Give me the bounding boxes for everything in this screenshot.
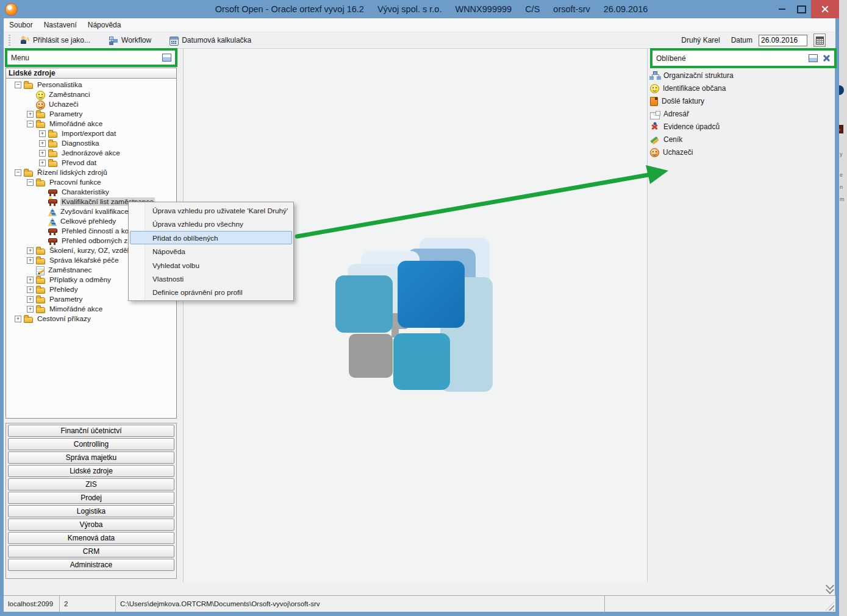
smiley-icon: [650, 84, 659, 93]
tree-item-label: Parametry: [48, 295, 84, 303]
module-button[interactable]: Výroba: [8, 519, 174, 531]
module-button[interactable]: Finanční účetnictví: [8, 425, 174, 437]
menubar-item[interactable]: Soubor: [4, 19, 38, 31]
favorites-item[interactable]: Došlé faktury: [650, 94, 833, 107]
module-button[interactable]: ZIS: [8, 478, 174, 490]
tree-expander[interactable]: [27, 296, 34, 303]
tree-expander[interactable]: [27, 277, 34, 283]
tree-expander[interactable]: [39, 150, 46, 157]
toolbar-button[interactable]: Datumová kalkulačka: [165, 34, 256, 47]
tree-item-label: Cestovní příkazy: [36, 314, 92, 323]
module-button[interactable]: Správa majetku: [8, 451, 174, 464]
date-calculator-icon: [170, 37, 179, 46]
calendar-button[interactable]: [813, 34, 826, 47]
toolbar-button-label: Workflow: [121, 36, 151, 44]
app-logo-icon: [5, 3, 18, 16]
context-menu-item[interactable]: Nápověda: [130, 244, 292, 258]
tree-expander[interactable]: [39, 130, 46, 137]
tree-item[interactable]: Pracovní funkce: [6, 177, 176, 187]
module-button[interactable]: Administrace: [8, 559, 174, 571]
tree-item[interactable]: Uchazeči: [6, 99, 176, 109]
module-button[interactable]: Lidské zdroje: [8, 465, 174, 477]
current-user-label: Druhý Karel: [681, 36, 720, 44]
close-icon: [821, 5, 829, 13]
tree-expander[interactable]: [27, 257, 34, 264]
tree-expander[interactable]: [27, 286, 34, 293]
tree-item[interactable]: Mimořádné akce: [6, 119, 176, 129]
titlebar[interactable]: Orsoft Open - Oracle ortexf vyvoj 16.2 V…: [0, 0, 839, 18]
favorites-item[interactable]: Adresář: [650, 107, 833, 120]
tree-item-label: Příplatky a odměny: [48, 275, 112, 284]
tree-item-label: Charakteristiky: [60, 188, 110, 196]
favorites-item[interactable]: Organizační struktura: [650, 69, 833, 82]
notepad-icon: [36, 266, 45, 275]
toolbar: Přihlásit se jako... Workflow Datumová k…: [4, 32, 835, 49]
close-button[interactable]: [811, 0, 839, 18]
tree-item[interactable]: Import/export dat: [6, 129, 176, 138]
favorites-panel-title: Oblíbené: [656, 54, 809, 63]
tree-expander[interactable]: [27, 121, 34, 127]
tree-expander[interactable]: [39, 160, 46, 166]
tree-expander[interactable]: [15, 316, 21, 322]
status-path: C:\Users\dejmkova.ORTCRM\Documents\Orsof…: [116, 596, 605, 612]
favorites-item-label: Organizační struktura: [663, 71, 734, 80]
favorites-item[interactable]: Uchazeči: [650, 146, 833, 158]
folder-icon: [36, 119, 46, 129]
favorites-item[interactable]: Ceník: [650, 133, 833, 146]
favorites-item[interactable]: Identifikace občana: [650, 82, 833, 94]
tree-item[interactable]: Personalistika: [6, 80, 176, 90]
module-button[interactable]: Controlling: [8, 438, 174, 450]
tree-item[interactable]: Mimořádné akce: [6, 304, 176, 314]
tree-item-label: Správa lékařské péče: [48, 256, 120, 264]
tree-expander[interactable]: [27, 179, 34, 186]
module-button[interactable]: Prodej: [8, 492, 174, 504]
window-frame-right: [835, 18, 839, 616]
tree-expander[interactable]: [27, 306, 34, 313]
panel-minimize-icon[interactable]: [809, 54, 818, 62]
price-tag-icon: [650, 135, 660, 144]
tree-item[interactable]: Charakteristiky: [6, 187, 176, 197]
context-menu-item[interactable]: Vlastnosti: [130, 272, 292, 285]
folder-icon: [36, 110, 46, 119]
tree-item[interactable]: Převod dat: [6, 158, 176, 168]
tree-item[interactable]: Cestovní příkazy: [6, 314, 176, 324]
favorites-item[interactable]: Evidence úpadců: [650, 120, 833, 133]
tree-expander[interactable]: [15, 169, 21, 176]
date-input[interactable]: [759, 35, 807, 46]
tree-item-label: Pracovní funkce: [48, 178, 102, 186]
tree-item[interactable]: Zaměstnanci: [6, 90, 176, 99]
status-host: localhost:2099: [4, 596, 60, 612]
tree-item[interactable]: Jednorázové akce: [6, 148, 176, 158]
context-menu-item[interactable]: Vyhledat volbu: [130, 258, 292, 272]
resize-grip[interactable]: [826, 602, 834, 611]
tree-expander[interactable]: [27, 247, 34, 254]
collapse-panel-button[interactable]: [823, 583, 837, 594]
tree-expander[interactable]: [39, 140, 46, 147]
context-menu: Úprava vzhledu pro uživatele 'Karel Druh…: [128, 202, 294, 301]
title-mode: C/S: [525, 4, 540, 14]
minimize-button[interactable]: [772, 0, 792, 18]
tree-item[interactable]: Diagnostika: [6, 138, 176, 148]
toolbar-button-label: Přihlásit se jako...: [33, 36, 90, 44]
panel-close-icon[interactable]: [823, 54, 831, 62]
context-menu-item[interactable]: Úprava vzhledu pro uživatele 'Karel Druh…: [130, 204, 292, 217]
menubar-item[interactable]: Nápověda: [82, 19, 127, 31]
context-menu-item[interactable]: Úprava vzhledu pro všechny: [130, 217, 292, 230]
tree-expander[interactable]: [27, 111, 34, 118]
module-button[interactable]: Kmenová data: [8, 532, 174, 544]
tree-item[interactable]: Parametry: [6, 109, 176, 119]
toolbar-button[interactable]: Workflow: [104, 34, 156, 47]
menubar-item[interactable]: Nastavení: [38, 19, 82, 31]
toolbar-button[interactable]: Přihlásit se jako...: [15, 34, 95, 47]
tree-item[interactable]: Řízení lidských zdrojů: [6, 168, 176, 177]
favorites-item-label: Ceník: [663, 135, 682, 144]
maximize-button[interactable]: [792, 0, 811, 18]
module-switcher: Finanční účetnictvíControllingSpráva maj…: [5, 423, 177, 579]
tree-expander[interactable]: [15, 82, 21, 88]
context-menu-item[interactable]: Definice oprávnění pro profil: [130, 285, 292, 299]
panel-minimize-icon[interactable]: [162, 54, 171, 62]
module-button[interactable]: Logistika: [8, 505, 174, 517]
context-menu-item[interactable]: Přidat do oblíbených: [130, 231, 292, 244]
favorites-list: Organizační struktura Identifikace občan…: [650, 69, 833, 158]
module-button[interactable]: CRM: [8, 545, 174, 558]
